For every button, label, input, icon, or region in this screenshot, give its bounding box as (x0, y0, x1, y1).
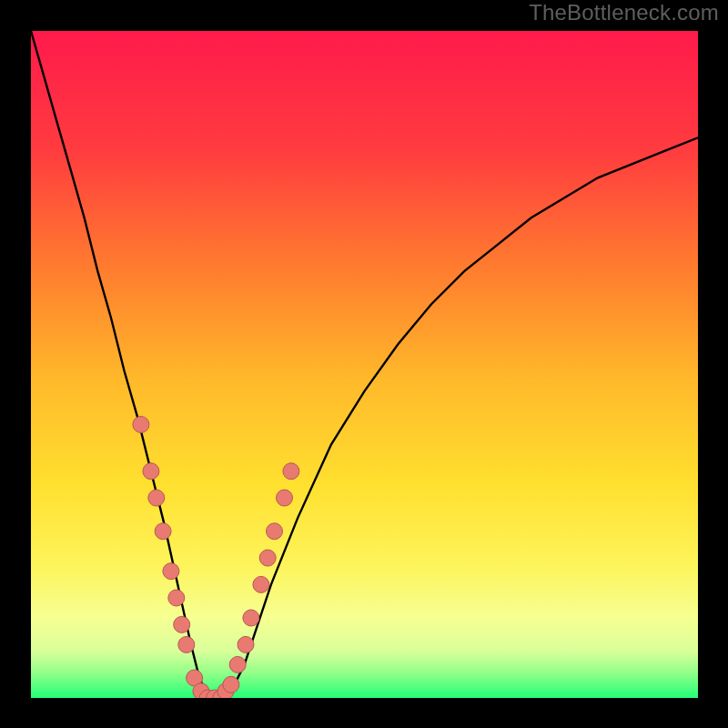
curve-marker (143, 463, 159, 480)
chart-frame: TheBottleneck.com (0, 0, 728, 728)
curve-marker (148, 490, 165, 506)
chart-svg (31, 31, 698, 698)
curve-marker (253, 576, 269, 592)
curve-marker (277, 490, 293, 506)
curve-marker (178, 636, 195, 652)
curve-marker (155, 523, 171, 540)
curve-marker (168, 590, 185, 606)
plot-area (31, 31, 698, 698)
curve-marker (163, 563, 179, 580)
watermark-text: TheBottleneck.com (529, 0, 719, 25)
gradient-background (31, 31, 698, 698)
curve-marker (267, 523, 283, 540)
curve-marker (259, 550, 276, 566)
curve-marker (229, 656, 246, 672)
curve-marker (238, 636, 254, 652)
curve-marker (243, 610, 259, 626)
curve-marker (223, 676, 239, 693)
curve-marker (174, 616, 190, 632)
curve-marker (133, 417, 149, 433)
curve-marker (283, 463, 299, 480)
